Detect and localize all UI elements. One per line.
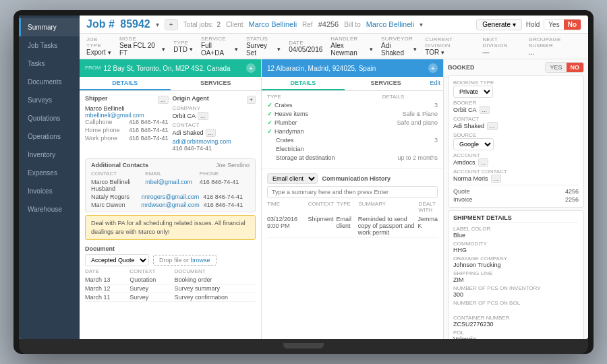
toggle-no[interactable]: No [564, 20, 581, 30]
booking-section: BOOKING TYPE Private BOOKER Orbit CA ... [448, 75, 584, 208]
num-pcs-inv-field: NUMBER OF PCS ON INVENTORY 300 [453, 285, 579, 298]
label-color-field: LABEL COLOR Blue [453, 226, 579, 239]
bill-name[interactable]: Marco Bellineli [366, 20, 415, 28]
service-row-1: ✓Crates 3 [267, 102, 438, 109]
booked-yes[interactable]: YES [546, 63, 566, 72]
handler-dropdown[interactable]: ▾ [370, 46, 373, 53]
shipment-details-section: SHIPMENT DETAILS LABEL COLOR Blue COMMOD… [448, 210, 584, 339]
doc-history-header: DATE CONTEXT DOCUMENT [85, 268, 256, 274]
total-jobs-label: Total jobs: 2 [183, 21, 221, 28]
date-field: DATE 04/05/2016 [289, 40, 322, 53]
origin-contact-more-button[interactable]: ... [206, 129, 216, 137]
contact-row-2: Nataly Rogers nnrogers@gmail.com 416 846… [91, 193, 250, 201]
service-row-3: ✓Plumber Safe and piano [267, 119, 438, 126]
tab-details-to[interactable]: DETAILS [262, 77, 345, 90]
mode-field: MODE Sea FCL 20 FT ▾ [119, 36, 165, 57]
contact-row-1: Marco Bellineli Husband mbel@gmail.com 4… [91, 178, 250, 193]
generate-button[interactable]: Generate ▾ [476, 19, 521, 30]
laptop-screen: Summary Job Tasks Tasks Documents Survey… [19, 16, 588, 339]
hold-label: Hold [526, 21, 540, 28]
mode-dropdown[interactable]: ▾ [162, 46, 165, 53]
hold-toggle[interactable]: Yes No [544, 19, 581, 30]
source-field: SOURCE Google [453, 132, 579, 150]
add-from-button[interactable]: + [246, 63, 256, 73]
account-contact-field: ACCOUNT CONTACT Norma Moris ... [453, 169, 579, 183]
comm-input[interactable] [267, 186, 438, 198]
add-to-button[interactable]: + [428, 63, 438, 73]
type-dropdown[interactable]: ▾ [190, 46, 193, 53]
pol-field: POL Valencia [453, 330, 579, 339]
shipper-work-row: Work phone 416 846-74-41 [85, 135, 169, 142]
jobtype-dropdown[interactable]: ▾ [108, 49, 111, 56]
surveyor-dropdown[interactable]: ▾ [413, 46, 417, 53]
booker-more-button[interactable]: ... [480, 106, 490, 114]
status-dropdown[interactable]: ▾ [277, 46, 281, 53]
history-row-1: March 13QuotationBooking order [85, 276, 256, 284]
sidebar-item-surveys[interactable]: Surveys [19, 91, 80, 109]
shipping-line-field: SHIPPING LINE ZIM [453, 270, 579, 283]
booked-no[interactable]: NO [567, 63, 584, 72]
booked-toggle[interactable]: YES NO [545, 62, 584, 73]
comm-type-select[interactable]: Email client [267, 173, 318, 184]
tab-services-from[interactable]: SERVICES [171, 77, 262, 90]
shipment-title: SHIPMENT DETAILS [453, 214, 579, 223]
main-body: FROM 12 Bay St, Toronto, On, M2P 4S2, Ca… [80, 59, 588, 339]
booking-type-select[interactable]: Private [453, 86, 493, 98]
to-card-tabs: DETAILS SERVICES Edit [262, 77, 443, 91]
bill-dropdown-icon[interactable]: ▾ [420, 21, 423, 28]
sidebar-item-quotations[interactable]: Quotations [19, 109, 80, 127]
contact-row-3: Marc Dawon mrdwson@gmail.com 416 846-74-… [91, 201, 250, 209]
contact-more-button[interactable]: ... [487, 122, 498, 130]
add-job-button[interactable]: + [165, 19, 178, 30]
services-section: TYPE DETAILS ✓Crates 3 ✓Heave items Safe… [262, 91, 443, 166]
shipper-section: Shipper ... Marco Bellineli mbellineli@g… [85, 95, 169, 152]
sidebar-item-operations[interactable]: Operations [19, 127, 80, 146]
invoice-row: Invoice 2256 [453, 195, 579, 204]
service-field: SERVICE Full OA+DA ▾ [201, 36, 238, 57]
sidebar-item-expenses[interactable]: Expenses [19, 164, 80, 182]
service-row-4: ✓Handyman [267, 128, 438, 135]
booked-header: BOOKED YES NO [448, 62, 584, 73]
document-type-select[interactable]: Accepted Quote [85, 254, 149, 266]
dropdown-icon[interactable]: ▾ [156, 21, 159, 28]
sidebar-item-warehouse[interactable]: Warehouse [19, 200, 80, 218]
tab-services-to[interactable]: SERVICES [345, 77, 428, 90]
middle-panel: 12 Albaracin, Madrid, 924025, Spain + DE… [262, 59, 444, 339]
type-field: TYPE DTD ▾ [173, 40, 193, 53]
company-more-button[interactable]: ... [198, 112, 208, 120]
job-label: Job # 85942 [86, 18, 150, 30]
sidebar-item-documents[interactable]: Documents [19, 73, 80, 91]
sub-header: JOB TYPE Export ▾ MODE Sea FCL 20 FT ▾ [80, 34, 588, 59]
left-panel: FROM 12 Bay St, Toronto, On, M2P 4S2, Ca… [80, 59, 262, 339]
account-more-button[interactable]: ... [478, 158, 489, 166]
job-type-field: JOB TYPE Export ▾ [86, 36, 111, 56]
document-title: Document [85, 245, 256, 252]
toggle-yes[interactable]: Yes [544, 20, 563, 30]
shipper-callphone-row: Callphone 416 846-74-41 [85, 119, 169, 125]
next-div-field: NEXT DIVISION — [482, 36, 520, 56]
contact-field: CONTACT Adi Shaked ... [453, 116, 579, 130]
job-header: Job # 85942 ▾ + Total jobs: 2 Client Mar… [80, 16, 588, 34]
origin-email: adi@orbitmoving.com [173, 138, 256, 145]
sidebar-item-summary[interactable]: Summary [19, 18, 80, 36]
client-name[interactable]: Marco Bellineli [249, 20, 297, 28]
current-div-dropdown[interactable]: ▾ [441, 49, 444, 56]
sidebar-item-inventory[interactable]: Inventory [19, 146, 80, 164]
service-dropdown[interactable]: ▾ [235, 46, 238, 53]
browse-link[interactable]: browse [191, 257, 210, 264]
tab-details-from[interactable]: DETAILS [80, 77, 171, 90]
sidebar-item-invoices[interactable]: Invoices [19, 182, 80, 200]
edit-link[interactable]: Edit [428, 77, 444, 90]
origin-more-button[interactable]: + [247, 96, 256, 104]
sidebar-item-tasks[interactable]: Tasks [19, 55, 80, 73]
shipper-more-button[interactable]: ... [158, 96, 169, 104]
client-label: Client [226, 21, 243, 28]
additional-contacts-section: Additional Contacts Joe Sendino CONTACT … [85, 158, 256, 212]
sidebar: Summary Job Tasks Tasks Documents Survey… [19, 16, 80, 339]
groupage-field: GROUPAGE NUMBER ... [529, 36, 581, 56]
account-contact-more-button[interactable]: ... [491, 175, 502, 183]
document-section: Document Accepted Quote Drop file or bro… [80, 243, 261, 305]
sidebar-item-job-tasks[interactable]: Job Tasks [19, 36, 80, 55]
source-select[interactable]: Google [453, 138, 494, 150]
booked-label: BOOKED [448, 64, 475, 71]
